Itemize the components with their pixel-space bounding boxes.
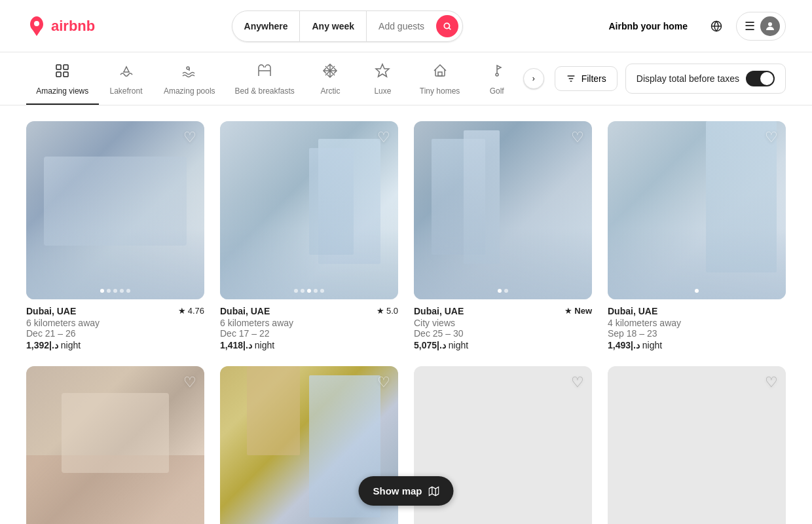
wishlist-button-4[interactable]: ♡ <box>765 129 778 146</box>
logo-text: airbnb <box>51 18 95 35</box>
category-label: Luxe <box>374 86 391 96</box>
wishlist-button-3[interactable]: ♡ <box>571 129 584 146</box>
rating-value-1: 4.76 <box>188 306 204 316</box>
listing-image-1 <box>26 121 204 299</box>
listing-card-8[interactable]: ♡ <box>608 366 786 524</box>
rating-new-badge-3: New <box>574 306 592 316</box>
host-button[interactable]: Airbnb your home <box>599 14 697 38</box>
main-content: ♡ Dubai, UAE ★ 4.76 6 kilometer <box>0 105 812 524</box>
chevron-right-icon: › <box>532 74 535 83</box>
listing-card-2[interactable]: ♡ Dubai, UAE ★ 5.0 6 kilometers <box>220 121 398 350</box>
category-amazing-pools[interactable]: Amazing pools <box>154 52 225 105</box>
search-guests[interactable]: Add guests <box>367 11 436 41</box>
wishlist-button-1[interactable]: ♡ <box>183 129 196 146</box>
svg-rect-5 <box>56 65 61 69</box>
svg-rect-14 <box>438 72 442 76</box>
wishlist-button-5[interactable]: ♡ <box>183 374 196 391</box>
image-dots-2 <box>294 289 324 293</box>
listing-subtitle-1: 6 kilometers away <box>26 318 204 328</box>
show-map-button[interactable]: Show map <box>358 476 453 506</box>
search-location[interactable]: Anywhere <box>232 11 301 41</box>
filters-label: Filters <box>581 73 606 84</box>
toggle-knob <box>760 72 773 85</box>
dot <box>314 289 318 293</box>
wishlist-button-8[interactable]: ♡ <box>765 374 778 391</box>
listing-card-3[interactable]: ♡ Dubai, UAE ★ New City views Dec 25 – 3… <box>414 121 592 350</box>
dot <box>126 289 130 293</box>
category-label: Golf <box>490 86 504 96</box>
star-icon: ★ <box>377 306 384 316</box>
listing-image-3 <box>414 121 592 299</box>
listing-subtitle-2: 6 kilometers away <box>220 318 398 328</box>
tiny-homes-icon <box>432 63 448 83</box>
wishlist-button-2[interactable]: ♡ <box>377 129 390 146</box>
airbnb-logo-icon <box>26 16 47 37</box>
lakefront-icon <box>119 63 134 83</box>
map-icon <box>429 486 439 496</box>
category-items: Amazing views Lakefront A <box>26 52 523 105</box>
listings-grid: ♡ Dubai, UAE ★ 4.76 6 kilometer <box>26 121 786 524</box>
dot <box>294 289 298 293</box>
show-map-label: Show map <box>373 485 422 496</box>
language-button[interactable] <box>703 13 729 39</box>
search-button[interactable] <box>436 15 458 37</box>
category-scroll-button[interactable]: › <box>523 68 544 89</box>
category-nav: Amazing views Lakefront A <box>0 52 812 105</box>
listing-dates-1: Dec 21 – 26 <box>26 328 204 339</box>
dot <box>120 289 124 293</box>
listing-card-4[interactable]: ♡ Dubai, UAE 4 kilometers away Sep 18 – … <box>608 121 786 350</box>
taxes-label: Display total before taxes <box>637 73 739 84</box>
svg-line-1 <box>449 28 451 29</box>
wishlist-button-6[interactable]: ♡ <box>377 374 390 391</box>
dot <box>307 289 311 293</box>
listing-card-5[interactable]: ♡ <box>26 366 204 524</box>
svg-point-15 <box>496 73 498 76</box>
listing-image-4 <box>608 121 786 299</box>
logo[interactable]: airbnb <box>26 16 95 37</box>
header-right: Airbnb your home ☰ <box>599 12 786 41</box>
listing-price-4: 1,493|.د night <box>608 340 786 350</box>
golf-icon <box>489 63 505 83</box>
wishlist-button-7[interactable]: ♡ <box>571 374 584 391</box>
category-bed-breakfasts[interactable]: Bed & breakfasts <box>225 52 304 105</box>
taxes-toggle-switch[interactable] <box>746 71 775 86</box>
dot <box>107 289 111 293</box>
amazing-views-icon <box>54 63 70 83</box>
listing-title-row-1: Dubai, UAE ★ 4.76 <box>26 306 204 316</box>
category-luxe[interactable]: Luxe <box>356 52 409 105</box>
listing-rating-3: ★ New <box>564 306 592 316</box>
listing-image-wrap-3: ♡ <box>414 121 592 299</box>
svg-rect-7 <box>56 72 61 77</box>
category-label: Bed & breakfasts <box>234 86 294 96</box>
amazing-pools-icon <box>181 63 197 83</box>
star-icon: ★ <box>564 306 572 316</box>
svg-marker-19 <box>429 487 439 495</box>
category-golf[interactable]: Golf <box>471 52 523 105</box>
search-bar: Anywhere Any week Add guests <box>232 10 464 42</box>
filters-button[interactable]: Filters <box>555 66 618 91</box>
category-label: Tiny homes <box>420 86 460 96</box>
user-menu[interactable]: ☰ <box>736 12 786 41</box>
dot <box>100 289 104 293</box>
listing-image-wrap-4: ♡ <box>608 121 786 299</box>
category-amazing-views[interactable]: Amazing views <box>26 52 99 105</box>
listing-info-2: Dubai, UAE ★ 5.0 6 kilometers away Dec 1… <box>220 306 398 350</box>
dot <box>113 289 117 293</box>
category-arctic[interactable]: Arctic <box>304 52 356 105</box>
image-dots-4 <box>695 289 699 293</box>
listing-image-wrap-5: ♡ <box>26 366 204 524</box>
listing-card-1[interactable]: ♡ Dubai, UAE ★ 4.76 6 kilometer <box>26 121 204 350</box>
star-icon: ★ <box>178 306 186 316</box>
category-tiny-homes[interactable]: Tiny homes <box>409 52 470 105</box>
listing-image-wrap-2: ♡ <box>220 121 398 299</box>
listing-dates-3: Dec 25 – 30 <box>414 328 592 339</box>
category-lakefront[interactable]: Lakefront <box>99 52 154 105</box>
category-label: Lakefront <box>110 86 143 96</box>
dot <box>301 289 304 293</box>
svg-rect-6 <box>64 65 68 69</box>
search-dates[interactable]: Any week <box>300 11 367 41</box>
header: airbnb Anywhere Any week Add guests Airb… <box>0 0 812 52</box>
dot <box>320 289 324 293</box>
listing-title-row-2: Dubai, UAE ★ 5.0 <box>220 306 398 316</box>
search-icon <box>443 22 452 31</box>
